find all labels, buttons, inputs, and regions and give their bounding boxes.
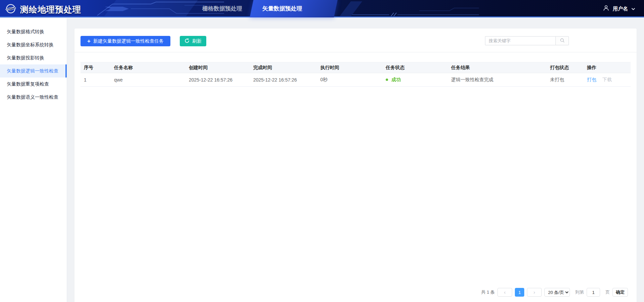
col-actions: 操作 [584, 62, 631, 73]
cell-task-name: qwe [111, 73, 185, 87]
new-task-button[interactable]: + 新建矢量数据逻辑一致性检查任务 [80, 36, 170, 46]
sidebar-item-projection-conversion[interactable]: 矢量数据投影转换 [0, 51, 67, 64]
package-link[interactable]: 打包 [587, 77, 596, 82]
tab-raster-preprocess[interactable]: 栅格数据预处理 [193, 0, 252, 17]
pagination-page-1[interactable]: 1 [515, 288, 524, 297]
sidebar-item-duplicate-check[interactable]: 矢量数据重复项检查 [0, 78, 67, 91]
pagination-next-button[interactable]: › [527, 288, 542, 297]
goto-page-input[interactable] [587, 288, 600, 297]
status-dot-icon [386, 79, 388, 81]
app-header: 测绘地理预处理 栅格数据预处理 矢量数据预处理 用户名 [0, 0, 644, 17]
cell-result: 逻辑一致性检查完成 [448, 73, 547, 87]
cell-status: 成功 [382, 73, 448, 87]
search-input[interactable] [485, 36, 555, 45]
header-tabs: 栅格数据预处理 矢量数据预处理 [193, 0, 336, 17]
search-icon [560, 38, 565, 44]
user-menu[interactable]: 用户名 [603, 0, 635, 17]
task-table: 序号 任务名称 创建时间 完成时间 执行时间 任务状态 任务结果 打包状态 操作… [80, 62, 631, 87]
refresh-button-label: 刷新 [192, 38, 202, 44]
col-package-status: 打包状态 [547, 62, 584, 73]
table-header-row: 序号 任务名称 创建时间 完成时间 执行时间 任务状态 任务结果 打包状态 操作 [80, 62, 631, 73]
search-button[interactable] [555, 36, 569, 45]
app-title: 测绘地理预处理 [20, 4, 81, 15]
status-text: 成功 [391, 77, 401, 82]
cell-finished-time: 2025-12-22 16:57:26 [250, 73, 317, 87]
cell-duration: 0秒 [317, 73, 382, 87]
col-duration: 执行时间 [317, 62, 382, 73]
circuit-decor-right [339, 0, 480, 17]
goto-confirm-button[interactable]: 确定 [612, 288, 628, 297]
goto-suffix-label: 页 [605, 289, 610, 295]
logo-emblem-icon [5, 3, 17, 16]
cell-created-time: 2025-12-22 16:57:26 [185, 73, 250, 87]
col-task-name: 任务名称 [111, 62, 185, 73]
sidebar-item-logical-consistency-check[interactable]: 矢量数据逻辑一致性检查 [0, 64, 67, 78]
refresh-icon [184, 38, 190, 44]
table-row: 1 qwe 2025-12-22 16:57:26 2025-12-22 16:… [80, 73, 631, 87]
pagination-total: 共 1 条 [481, 289, 495, 295]
col-result: 任务结果 [448, 62, 547, 73]
app-logo: 测绘地理预处理 [5, 3, 81, 16]
page-size-select[interactable]: 20 条/页 [544, 288, 570, 297]
plus-icon: + [87, 38, 91, 44]
new-task-button-label: 新建矢量数据逻辑一致性检查任务 [93, 38, 164, 44]
search-group [485, 36, 569, 45]
tab-label: 矢量数据预处理 [262, 5, 302, 12]
tab-label: 栅格数据预处理 [202, 5, 242, 12]
cell-index: 1 [80, 73, 111, 87]
sidebar-item-semantic-consistency-check[interactable]: 矢量数据语义一致性检查 [0, 91, 67, 104]
sidebar-item-coordinate-conversion[interactable]: 矢量数据坐标系统转换 [0, 38, 67, 51]
pagination-prev-button[interactable]: ‹ [497, 288, 512, 297]
user-icon [603, 5, 609, 13]
col-index: 序号 [80, 62, 111, 73]
col-created-time: 创建时间 [185, 62, 250, 73]
col-finished-time: 完成时间 [250, 62, 317, 73]
content-card: + 新建矢量数据逻辑一致性检查任务 刷新 [74, 29, 637, 302]
refresh-button[interactable]: 刷新 [180, 36, 206, 46]
download-link[interactable]: 下载 [602, 77, 612, 82]
sidebar-item-format-conversion[interactable]: 矢量数据格式转换 [0, 25, 67, 38]
chevron-right-icon: › [534, 290, 535, 295]
pagination: 共 1 条 ‹ 1 › 20 条/页 到第 页 确定 [481, 288, 628, 297]
toolbar: + 新建矢量数据逻辑一致性检查任务 刷新 [80, 36, 206, 46]
cell-actions: 打包 下载 [584, 73, 631, 87]
col-status: 任务状态 [382, 62, 448, 73]
chevron-down-icon [631, 6, 635, 12]
cell-package-status: 未打包 [547, 73, 584, 87]
chevron-left-icon: ‹ [504, 290, 506, 295]
user-name: 用户名 [613, 6, 628, 12]
sidebar: 矢量数据格式转换 矢量数据坐标系统转换 矢量数据投影转换 矢量数据逻辑一致性检查… [0, 18, 67, 302]
main-area: + 新建矢量数据逻辑一致性检查任务 刷新 [67, 18, 644, 302]
toolbar-divider [74, 52, 637, 52]
goto-prefix-label: 到第 [575, 289, 584, 295]
tab-vector-preprocess[interactable]: 矢量数据预处理 [252, 0, 336, 17]
